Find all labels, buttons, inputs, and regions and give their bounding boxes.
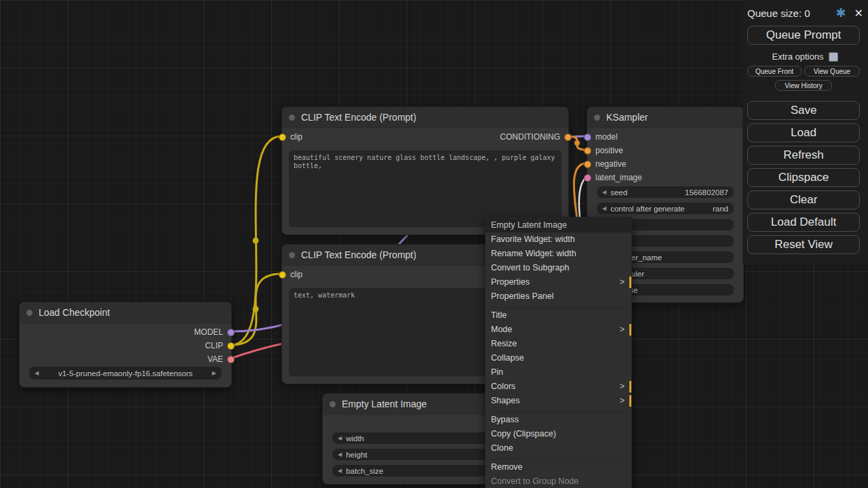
slot-label: positive	[595, 146, 623, 155]
extra-options-row: Extra options	[747, 52, 863, 62]
node-header[interactable]: Load Checkpoint	[20, 302, 231, 323]
input-slot-clip[interactable]: clip	[279, 268, 302, 281]
extra-options-label: Extra options	[772, 52, 824, 62]
output-slot-conditioning[interactable]: CONDITIONING	[500, 131, 572, 143]
menu-item-convert-to-subgraph[interactable]: Convert to Subgraph	[486, 261, 631, 275]
collapse-dot-icon[interactable]	[289, 252, 295, 258]
input-slot-model[interactable]: model	[584, 131, 618, 143]
view-history-button[interactable]: View History	[775, 80, 832, 91]
view-queue-button[interactable]: View Queue	[804, 66, 860, 77]
seed-widget[interactable]: ◀ seed 1566802087	[597, 186, 734, 198]
link-midpoint-dot	[253, 238, 259, 244]
left-arrow-icon[interactable]: ◀	[338, 435, 342, 441]
ckpt-name-widget[interactable]: ◀ v1-5-pruned-emaonly-fp16.safetensors ▶	[29, 367, 222, 380]
slot-dot-clip[interactable]	[279, 271, 286, 279]
menu-item-bypass[interactable]: Bypass	[486, 413, 631, 427]
menu-item-title[interactable]: Title	[486, 308, 631, 323]
left-arrow-icon[interactable]: ◀	[338, 468, 342, 474]
node-load-checkpoint[interactable]: Load Checkpoint MODEL CLIP VAE ◀ v1-5-pr…	[19, 302, 232, 388]
slot-dot-model[interactable]	[227, 329, 235, 336]
menu-separator	[491, 456, 626, 460]
node-title: Load Checkpoint	[39, 307, 110, 318]
node-clip-text-encode-positive[interactable]: CLIP Text Encode (Prompt) clip CONDITION…	[281, 106, 569, 235]
menu-item-label: Mode	[491, 325, 512, 334]
menu-item-pin[interactable]: Pin	[486, 365, 631, 380]
save-button[interactable]: Save	[747, 101, 860, 120]
input-slot-latent-image[interactable]: latent_image	[584, 171, 642, 184]
node-title: Empty Latent Image	[342, 399, 427, 409]
node-header[interactable]: KSampler	[587, 107, 743, 128]
left-arrow-icon[interactable]: ◀	[602, 189, 606, 195]
menu-item-remove[interactable]: Remove	[486, 460, 631, 474]
menu-item-resize[interactable]: Resize	[486, 337, 631, 351]
input-slot-clip[interactable]: clip	[279, 131, 302, 143]
left-arrow-icon[interactable]: ◀	[602, 205, 606, 211]
menu-item-label: Properties	[491, 277, 530, 287]
slot-label: CLIP	[205, 341, 223, 350]
comfyui-canvas[interactable]: Load Checkpoint MODEL CLIP VAE ◀ v1-5-pr…	[0, 0, 868, 488]
slot-label: CONDITIONING	[500, 132, 560, 142]
slot-dot-clip[interactable]	[227, 342, 235, 350]
clear-button[interactable]: Clear	[747, 190, 860, 209]
clipspace-button[interactable]: Clipspace	[747, 168, 860, 187]
slot-dot-conditioning[interactable]	[564, 134, 572, 141]
menu-item-clone[interactable]: Clone	[486, 441, 631, 455]
output-slot-model[interactable]: MODEL	[194, 326, 235, 338]
menu-item-favorite-widget[interactable]: Favorite Widget: width	[486, 232, 631, 247]
output-slot-vae[interactable]: VAE	[208, 353, 235, 365]
node-context-menu: Empty Latent Image Favorite Widget: widt…	[485, 217, 632, 488]
control-after-generate-widget[interactable]: ◀ control after generate rand	[597, 203, 734, 214]
menu-item-properties-panel[interactable]: Properties Panel	[486, 289, 631, 304]
slot-dot-vae[interactable]	[227, 356, 235, 363]
slot-dot-conditioning[interactable]	[584, 161, 591, 168]
seed-label: seed	[610, 188, 627, 197]
input-slot-negative[interactable]: negative	[584, 158, 626, 170]
menu-item-rename-widget[interactable]: Rename Widget: width	[486, 247, 631, 261]
slot-dot-conditioning[interactable]	[584, 147, 591, 155]
collapse-dot-icon[interactable]	[594, 115, 600, 121]
menu-item-copy-clipspace[interactable]: Copy (Clipspace)	[486, 427, 631, 441]
slot-dot-model[interactable]	[584, 134, 591, 141]
reset-view-button[interactable]: Reset View	[747, 235, 860, 254]
slot-label: clip	[290, 132, 302, 142]
collapse-dot-icon[interactable]	[330, 401, 336, 407]
link-midpoint-dot	[574, 140, 580, 146]
menu-item-properties[interactable]: Properties >	[486, 275, 631, 289]
prompt-textarea[interactable]: beautiful scenery nature glass bottle la…	[289, 150, 561, 227]
close-icon[interactable]: ✕	[854, 7, 863, 20]
left-arrow-icon[interactable]: ◀	[35, 370, 39, 376]
submenu-arrow-icon: >	[620, 382, 625, 392]
collapse-dot-icon[interactable]	[26, 310, 33, 316]
load-button[interactable]: Load	[747, 123, 860, 142]
output-slot-clip[interactable]: CLIP	[205, 340, 235, 352]
refresh-button[interactable]: Refresh	[747, 146, 860, 165]
menu-item-convert-to-group-node[interactable]: Convert to Group Node (Deprecated)	[486, 474, 631, 488]
load-default-button[interactable]: Load Default	[747, 213, 860, 232]
control-value: rand	[713, 205, 728, 213]
queue-prompt-button[interactable]: Queue Prompt	[747, 26, 860, 45]
submenu-arrow-icon: >	[620, 277, 625, 287]
extra-options-checkbox[interactable]	[829, 52, 838, 62]
node-title: KSampler	[606, 112, 648, 123]
menu-item-mode[interactable]: Mode >	[486, 323, 631, 337]
slot-dot-clip[interactable]	[279, 134, 286, 141]
left-arrow-icon[interactable]: ◀	[338, 451, 342, 458]
menu-item-colors[interactable]: Colors >	[486, 380, 631, 394]
menu-item-shapes[interactable]: Shapes >	[486, 394, 631, 408]
right-arrow-icon[interactable]: ▶	[212, 370, 216, 376]
slot-dot-latent[interactable]	[584, 174, 591, 182]
input-slot-positive[interactable]: positive	[584, 144, 623, 157]
menu-separator	[491, 409, 626, 412]
node-title: CLIP Text Encode (Prompt)	[301, 112, 416, 123]
menu-item-collapse[interactable]: Collapse	[486, 351, 631, 365]
collapse-dot-icon[interactable]	[289, 115, 295, 121]
slot-label: model	[595, 132, 618, 142]
queue-front-button[interactable]: Queue Front	[747, 66, 802, 77]
link-midpoint-dot	[253, 306, 259, 312]
submenu-arrow-icon: >	[620, 325, 625, 335]
submenu-marker	[629, 395, 631, 407]
menu-item-label: Shapes	[491, 396, 519, 405]
node-header[interactable]: CLIP Text Encode (Prompt)	[282, 107, 568, 128]
settings-gear-icon[interactable]: ✱	[836, 7, 846, 19]
menu-topbar: Queue size: 0 ✱ ✕	[747, 5, 863, 20]
